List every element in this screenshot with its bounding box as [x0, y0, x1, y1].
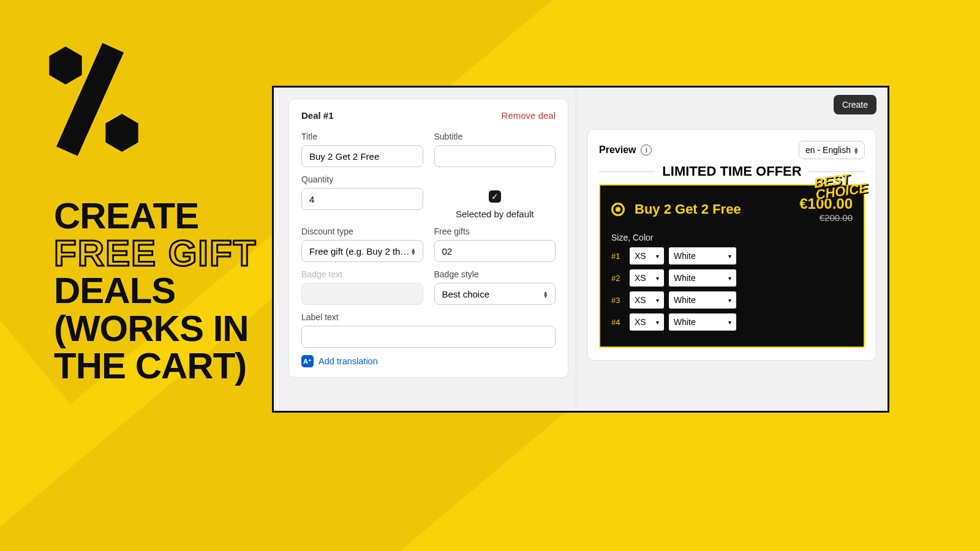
label-text-input[interactable] — [301, 326, 556, 348]
label-text-label: Label text — [301, 312, 556, 322]
offer-box[interactable]: BESTCHOICE Buy 2 Get 2 Free €100.00 €200… — [599, 184, 865, 348]
caret-down-icon: ▾ — [728, 253, 731, 260]
variant-number: #1 — [611, 252, 625, 261]
caret-down-icon: ▾ — [728, 297, 731, 304]
updown-icon: ▴▾ — [854, 146, 858, 154]
subtitle-label: Subtitle — [434, 132, 556, 141]
variant-row: #1XS▾White▾ — [611, 247, 853, 264]
best-choice-badge: BESTCHOICE — [813, 171, 869, 201]
size-select[interactable]: XS▾ — [630, 269, 664, 287]
variant-row: #4XS▾White▾ — [611, 313, 853, 331]
variant-number: #4 — [611, 318, 625, 327]
caret-down-icon: ▾ — [728, 319, 731, 326]
translate-icon: A⁺ — [301, 355, 314, 367]
preview-title: Preview — [599, 144, 636, 156]
updown-icon: ▴▾ — [544, 290, 548, 298]
title-label: Title — [301, 132, 423, 141]
quantity-label: Quantity — [301, 174, 423, 184]
deal-name: Buy 2 Get 2 Free — [635, 201, 741, 217]
color-select[interactable]: White▾ — [669, 291, 736, 309]
create-button[interactable]: Create — [834, 95, 876, 114]
badge-text-input — [301, 283, 423, 305]
caret-down-icon: ▾ — [656, 319, 659, 326]
free-gifts-input[interactable] — [434, 240, 556, 262]
free-gifts-label: Free gifts — [434, 227, 556, 236]
deal-radio[interactable] — [611, 203, 625, 216]
caret-down-icon: ▾ — [656, 297, 659, 304]
app-window: Deal #1 Remove deal Title Subtitle Quant… — [272, 86, 889, 413]
variant-row: #2XS▾White▾ — [611, 269, 853, 287]
caret-down-icon: ▾ — [656, 275, 659, 282]
preview-panel: Create Preview i en - English ▴▾ LIMITED… — [576, 88, 888, 411]
variant-number: #2 — [611, 274, 625, 283]
hero-headline: CREATE FREE GIFT DEALS (WORKS IN THE CAR… — [54, 197, 257, 384]
discount-type-label: Discount type — [301, 227, 423, 236]
variant-header: Size, Color — [611, 233, 853, 242]
size-select[interactable]: XS▾ — [630, 247, 664, 264]
deal-card: Deal #1 Remove deal Title Subtitle Quant… — [288, 99, 568, 378]
variant-number: #3 — [611, 296, 625, 305]
size-select[interactable]: XS▾ — [630, 291, 664, 309]
selected-default-label: Selected by default — [456, 209, 534, 219]
quantity-input[interactable] — [301, 188, 423, 210]
selected-default-checkbox[interactable]: ✓ — [489, 190, 501, 203]
badge-style-select[interactable]: Best choice ▴▾ — [434, 283, 556, 305]
percent-logo — [47, 47, 145, 157]
caret-down-icon: ▾ — [656, 253, 659, 260]
deal-card-title: Deal #1 — [301, 110, 334, 121]
info-icon[interactable]: i — [641, 144, 652, 156]
title-input[interactable] — [301, 145, 423, 167]
badge-text-label: Badge text — [301, 269, 423, 279]
offer-heading: LIMITED TIME OFFER — [655, 163, 809, 179]
color-select[interactable]: White▾ — [669, 313, 736, 331]
color-select[interactable]: White▾ — [669, 247, 736, 264]
color-select[interactable]: White▾ — [669, 269, 736, 287]
deal-old-price: €200.00 — [799, 212, 853, 223]
remove-deal-link[interactable]: Remove deal — [502, 110, 556, 121]
deal-form-panel: Deal #1 Remove deal Title Subtitle Quant… — [274, 88, 576, 411]
subtitle-input[interactable] — [434, 145, 556, 167]
size-select[interactable]: XS▾ — [630, 313, 664, 331]
caret-down-icon: ▾ — [728, 275, 731, 282]
discount-type-select[interactable]: Free gift (e.g. Buy 2 th… ▴▾ — [301, 240, 423, 262]
updown-icon: ▴▾ — [412, 247, 415, 255]
variant-row: #3XS▾White▾ — [611, 291, 853, 309]
language-select[interactable]: en - English ▴▾ — [799, 141, 865, 159]
badge-style-label: Badge style — [434, 269, 556, 279]
add-translation-link[interactable]: A⁺ Add translation — [301, 355, 556, 367]
